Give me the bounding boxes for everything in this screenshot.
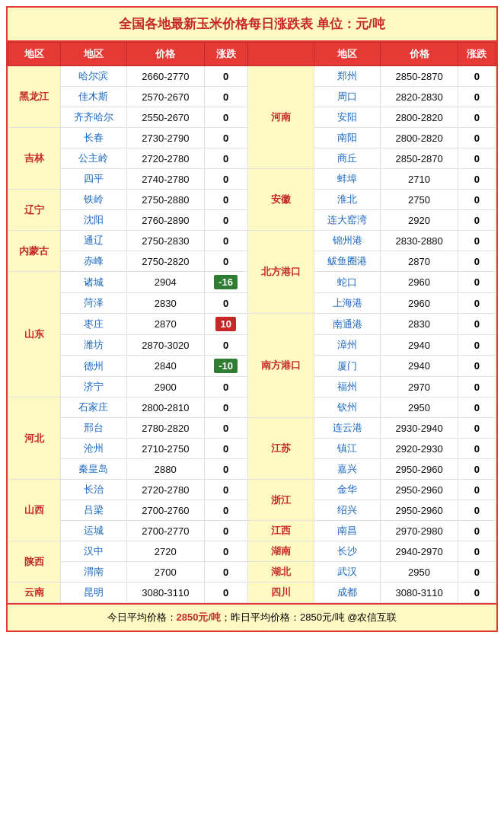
price-cell-right: 2820-2830 <box>381 87 458 107</box>
table-row: 运城2700-27700江西南昌2970-29800 <box>8 521 496 541</box>
city-cell-left: 昆明 <box>60 583 126 603</box>
change-cell-left: 0 <box>204 66 247 87</box>
price-cell-right: 2960 <box>381 272 458 293</box>
price-cell-right: 2960 <box>381 293 458 314</box>
price-cell-left: 2780-2820 <box>126 418 204 439</box>
city-cell-left: 长治 <box>60 480 126 500</box>
city-cell-left: 佳木斯 <box>60 87 126 107</box>
change-cell-left: 0 <box>204 521 247 541</box>
change-cell-right: 0 <box>458 128 496 148</box>
city-cell-left: 枣庄 <box>60 314 126 335</box>
city-cell-left: 齐齐哈尔 <box>60 107 126 128</box>
city-cell-right: 长沙 <box>314 541 380 562</box>
change-cell-left: 0 <box>204 87 247 107</box>
change-cell-right: 0 <box>458 356 496 377</box>
change-cell-right: 0 <box>458 377 496 397</box>
change-cell-right: 0 <box>458 583 496 603</box>
change-cell-left: 0 <box>204 541 247 562</box>
city-cell-left: 赤峰 <box>60 251 126 272</box>
region-cell-left: 河北 <box>8 397 61 480</box>
change-cell-right: 0 <box>458 293 496 314</box>
main-container: 全国各地最新玉米价格每日涨跌表 单位：元/吨 地区 地区 价格 涨跌 地区 价格… <box>6 6 498 632</box>
header-change-left: 涨跌 <box>204 43 247 66</box>
city-cell-left: 石家庄 <box>60 397 126 418</box>
region-cell-right: 安徽 <box>247 169 314 231</box>
change-cell-right: 0 <box>458 66 496 87</box>
header-region-right <box>247 43 314 66</box>
table-row: 渭南27000湖北武汉29500 <box>8 562 496 583</box>
price-cell-left: 2740-2780 <box>126 169 204 190</box>
city-cell-right: 蛇口 <box>314 272 380 293</box>
price-cell-right: 2800-2820 <box>381 107 458 128</box>
table-row: 内蒙古通辽2750-28300北方港口锦州港2830-28800 <box>8 231 496 251</box>
change-cell-right: 0 <box>458 272 496 293</box>
footer: 今日平均价格：2850元/吨；昨日平均价格：2850元/吨 @农信互联 <box>8 603 496 630</box>
city-cell-right: 南通港 <box>314 314 380 335</box>
change-cell-left: 0 <box>204 128 247 148</box>
change-cell-right: 0 <box>458 397 496 418</box>
change-cell-left: 0 <box>204 107 247 128</box>
price-cell-right: 2940 <box>381 335 458 356</box>
change-cell-right: 0 <box>458 521 496 541</box>
price-cell-right: 2950-2960 <box>381 500 458 521</box>
city-cell-right: 金华 <box>314 480 380 500</box>
change-cell-right: 0 <box>458 480 496 500</box>
change-cell-right: 0 <box>458 107 496 128</box>
change-cell-left: 0 <box>204 231 247 251</box>
table-header: 地区 地区 价格 涨跌 地区 价格 涨跌 <box>8 43 496 66</box>
price-cell-left: 2750-2880 <box>126 190 204 210</box>
region-cell-right: 北方港口 <box>247 231 314 314</box>
change-cell-left: 0 <box>204 583 247 603</box>
price-cell-left: 2880 <box>126 459 204 480</box>
header-price-left: 价格 <box>126 43 204 66</box>
price-cell-right: 2920 <box>381 210 458 231</box>
change-cell-left: 0 <box>204 439 247 459</box>
change-cell-left: 0 <box>204 480 247 500</box>
change-cell-right: 0 <box>458 148 496 169</box>
change-cell-left: 0 <box>204 148 247 169</box>
price-cell-right: 3080-3110 <box>381 583 458 603</box>
change-cell-right: 0 <box>458 169 496 190</box>
city-cell-left: 长春 <box>60 128 126 148</box>
change-cell-right: 0 <box>458 541 496 562</box>
region-cell-left: 云南 <box>8 583 61 603</box>
price-cell-left: 2870 <box>126 314 204 335</box>
city-cell-left: 菏泽 <box>60 293 126 314</box>
price-cell-right: 2830-2880 <box>381 231 458 251</box>
change-cell-left: 0 <box>204 293 247 314</box>
region-cell-right: 南方港口 <box>247 314 314 418</box>
price-cell-left: 2840 <box>126 356 204 377</box>
region-cell-left: 陕西 <box>8 541 61 583</box>
change-cell-left: 0 <box>204 418 247 439</box>
price-cell-left: 2700-2770 <box>126 521 204 541</box>
price-cell-left: 2570-2670 <box>126 87 204 107</box>
price-cell-right: 2950 <box>381 562 458 583</box>
region-cell-right: 浙江 <box>247 480 314 521</box>
city-cell-right: 郑州 <box>314 66 380 87</box>
price-table: 地区 地区 价格 涨跌 地区 价格 涨跌 黑龙江哈尔滨2660-27700河南郑… <box>8 42 496 603</box>
city-cell-right: 镇江 <box>314 439 380 459</box>
header-price-right: 价格 <box>381 43 458 66</box>
city-cell-right: 福州 <box>314 377 380 397</box>
region-cell-left: 吉林 <box>8 128 61 190</box>
price-cell-left: 2710-2750 <box>126 439 204 459</box>
change-cell-right: 0 <box>458 251 496 272</box>
page-title: 全国各地最新玉米价格每日涨跌表 单位：元/吨 <box>8 8 496 42</box>
price-cell-left: 3080-3110 <box>126 583 204 603</box>
price-cell-left: 2720 <box>126 541 204 562</box>
change-cell-right: 0 <box>458 335 496 356</box>
price-cell-right: 2800-2820 <box>381 128 458 148</box>
price-cell-right: 2950-2960 <box>381 480 458 500</box>
city-cell-right: 武汉 <box>314 562 380 583</box>
price-cell-left: 2720-2780 <box>126 480 204 500</box>
price-cell-right: 2950 <box>381 397 458 418</box>
city-cell-right: 南阳 <box>314 128 380 148</box>
city-cell-right: 上海港 <box>314 293 380 314</box>
city-cell-left: 哈尔滨 <box>60 66 126 87</box>
region-cell-right: 四川 <box>247 583 314 603</box>
city-cell-left: 德州 <box>60 356 126 377</box>
change-cell-right: 0 <box>458 439 496 459</box>
city-cell-left: 济宁 <box>60 377 126 397</box>
header-city-left: 地区 <box>60 43 126 66</box>
price-cell-left: 2750-2830 <box>126 231 204 251</box>
